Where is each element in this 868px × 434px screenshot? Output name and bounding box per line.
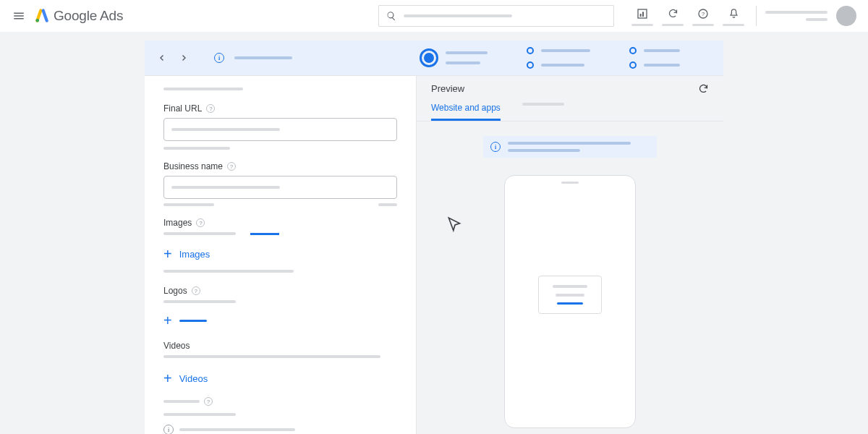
preview-title: Preview — [431, 83, 464, 94]
wizard-step-3[interactable] — [629, 47, 680, 69]
preview-info-banner: i — [483, 136, 657, 158]
reports-icon[interactable] — [629, 7, 656, 21]
help-icon[interactable]: ? — [227, 162, 236, 171]
business-name-input[interactable] — [163, 176, 397, 199]
editor-panel: Final URL ? Business name ? Images ? — [145, 75, 723, 434]
form-column: Final URL ? Business name ? Images ? — [145, 76, 416, 434]
google-ads-logo-icon — [35, 9, 49, 23]
preview-refresh-icon[interactable] — [698, 83, 709, 94]
add-videos-button[interactable]: + Videos — [163, 367, 397, 390]
images-label: Images ? — [163, 218, 397, 228]
preview-column: Preview Website and apps i — [416, 76, 723, 434]
videos-label: Videos — [163, 341, 397, 351]
add-images-button[interactable]: + Images — [163, 242, 397, 265]
wizard-stepper-bar: i — [145, 41, 723, 75]
plus-icon: + — [163, 247, 172, 261]
help-icon[interactable]: ? — [196, 218, 205, 227]
avatar[interactable] — [836, 6, 856, 26]
svg-text:?: ? — [702, 11, 705, 17]
wizard-step-2[interactable] — [527, 47, 590, 69]
cursor-icon — [446, 216, 464, 234]
logo-text: Google Ads — [54, 8, 123, 24]
preview-tab-website-apps[interactable]: Website and apps — [431, 97, 501, 121]
final-url-input[interactable] — [163, 118, 397, 141]
help-icon[interactable]: ? — [204, 397, 213, 406]
final-url-label: Final URL ? — [163, 103, 397, 114]
plus-icon: + — [163, 371, 172, 386]
phone-preview-frame — [504, 175, 636, 428]
help-icon[interactable]: ? — [689, 7, 717, 21]
forward-button[interactable] — [178, 52, 190, 64]
info-icon: i — [490, 142, 501, 152]
help-icon[interactable]: ? — [206, 104, 215, 113]
info-icon[interactable]: i — [214, 53, 224, 63]
logo[interactable]: Google Ads — [35, 8, 123, 24]
svg-rect-2 — [640, 14, 642, 17]
images-tab-active[interactable] — [250, 233, 279, 235]
search-icon — [386, 11, 396, 21]
help-icon[interactable]: ? — [192, 286, 200, 295]
wizard-step-current[interactable] — [420, 48, 488, 67]
menu-icon[interactable] — [12, 9, 26, 23]
plus-icon: + — [163, 313, 172, 328]
search-placeholder — [404, 14, 512, 17]
notifications-icon[interactable] — [720, 7, 747, 21]
preview-tab-other[interactable] — [522, 97, 564, 121]
phone-notch — [561, 182, 579, 184]
back-button[interactable] — [156, 52, 168, 64]
images-tabs — [163, 232, 397, 235]
svg-point-0 — [36, 19, 40, 22]
search-input[interactable] — [378, 5, 614, 27]
info-icon: i — [163, 425, 174, 434]
app-header: Google Ads ? — [0, 0, 868, 32]
logos-label: Logos ? — [163, 286, 397, 296]
add-logos-button[interactable]: + — [163, 309, 397, 332]
svg-rect-3 — [642, 12, 644, 17]
refresh-icon[interactable] — [659, 7, 686, 21]
business-name-label: Business name ? — [163, 161, 397, 171]
account-info — [765, 11, 827, 21]
preview-ad-card — [538, 276, 602, 314]
